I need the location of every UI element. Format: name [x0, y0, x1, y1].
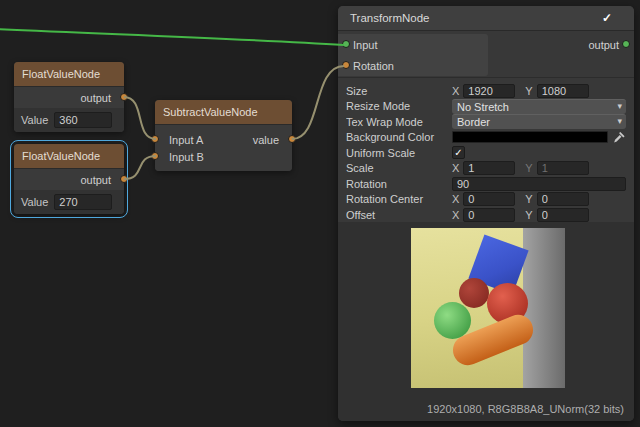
- panel-title: TransformNode: [350, 12, 429, 24]
- input-port-label: Input: [353, 39, 377, 51]
- preview-green-sphere: [434, 302, 471, 339]
- rotation-center-x-axis-label: X: [452, 193, 459, 205]
- output-port[interactable]: [120, 93, 128, 101]
- size-label: Size: [346, 85, 452, 97]
- rotation-port-label: Rotation: [353, 60, 394, 72]
- rotation-port[interactable]: [342, 61, 350, 69]
- scale-x-axis-label: X: [452, 162, 459, 174]
- output-port[interactable]: [622, 40, 630, 48]
- output-port-row: output: [14, 169, 124, 190]
- value-row: Value: [14, 108, 124, 132]
- input-b-label: Input B: [169, 151, 204, 163]
- input-b-port[interactable]: [151, 152, 159, 160]
- rotation-port-row: Rotation: [338, 55, 488, 76]
- rotation-row: Rotation: [346, 176, 626, 192]
- input-a-row: Input A value: [155, 131, 292, 148]
- uniform-scale-label: Uniform Scale: [346, 147, 452, 159]
- chevron-down-icon: ▾: [617, 101, 622, 111]
- uniform-scale-checkbox[interactable]: ✓: [452, 146, 465, 159]
- output-port[interactable]: [120, 175, 128, 183]
- offset-row: Offset X Y: [346, 207, 626, 223]
- resize-mode-dropdown[interactable]: No Stretch ▾: [452, 99, 626, 114]
- chevron-down-icon: ▾: [617, 116, 622, 126]
- value-input[interactable]: [54, 194, 112, 210]
- scale-label: Scale: [346, 162, 452, 174]
- wire-external-to-transform-input[interactable]: [0, 29, 344, 45]
- offset-x-input[interactable]: [463, 208, 515, 222]
- size-row: Size X Y: [346, 83, 626, 99]
- rotation-input[interactable]: [452, 177, 626, 191]
- rotation-center-row: Rotation Center X Y: [346, 192, 626, 208]
- wire-float2-to-subtract-inputB[interactable]: [124, 156, 156, 179]
- value-output-port[interactable]: [288, 135, 296, 143]
- resize-mode-value: No Stretch: [457, 101, 509, 113]
- node-title[interactable]: FloatValueNode: [14, 62, 124, 87]
- subtract-value-node[interactable]: SubtractValueNode Input A value Input B: [155, 100, 292, 171]
- wire-float1-to-subtract-inputA[interactable]: [124, 97, 156, 139]
- size-y-input[interactable]: [537, 84, 589, 98]
- tex-wrap-mode-dropdown[interactable]: Border ▾: [452, 114, 626, 129]
- input-b-row: Input B: [155, 148, 292, 165]
- node-title[interactable]: SubtractValueNode: [155, 100, 292, 125]
- panel-title-bar[interactable]: TransformNode ✓: [338, 6, 634, 31]
- tex-wrap-mode-value: Border: [457, 116, 490, 128]
- rotation-center-y-axis-label: Y: [525, 193, 532, 205]
- value-label: Value: [21, 196, 48, 208]
- offset-y-input[interactable]: [537, 208, 589, 222]
- rotation-center-y-input[interactable]: [537, 192, 589, 206]
- preview-section: 1920x1080, R8G8B8A8_UNorm(32 bits): [338, 222, 634, 421]
- background-color-swatch[interactable]: [452, 131, 608, 143]
- value-input[interactable]: [54, 112, 112, 128]
- value-label: Value: [21, 114, 48, 126]
- background-color-label: Background Color: [346, 131, 452, 143]
- eyedropper-icon[interactable]: [612, 131, 626, 144]
- scale-y-input: [537, 161, 589, 175]
- resize-mode-row: Resize Mode No Stretch ▾: [346, 99, 626, 115]
- output-port-label: output: [588, 39, 619, 51]
- size-x-input[interactable]: [463, 84, 515, 98]
- scale-row: Scale X Y: [346, 161, 626, 177]
- size-x-axis-label: X: [452, 85, 459, 97]
- input-a-port[interactable]: [151, 135, 159, 143]
- wire-subtract-to-transform-rotation[interactable]: [292, 66, 344, 139]
- float-value-node-2[interactable]: FloatValueNode output Value: [14, 144, 124, 214]
- texture-info-text: 1920x1080, R8G8B8A8_UNorm(32 bits): [427, 403, 624, 415]
- resize-mode-label: Resize Mode: [346, 100, 452, 112]
- transform-node-panel[interactable]: TransformNode ✓ Input Rotation output: [338, 6, 634, 421]
- ports-section: Input Rotation output: [338, 31, 634, 78]
- offset-label: Offset: [346, 209, 452, 221]
- node-body: Input A value Input B: [155, 125, 292, 171]
- float-value-node-1[interactable]: FloatValueNode output Value: [14, 62, 124, 132]
- node-title[interactable]: FloatValueNode: [14, 144, 124, 169]
- value-output-label: value: [253, 134, 279, 146]
- value-row: Value: [14, 190, 124, 214]
- tex-wrap-mode-row: Tex Wrap Mode Border ▾: [346, 114, 626, 130]
- input-port-row: Input: [338, 34, 488, 55]
- scale-x-input[interactable]: [463, 161, 515, 175]
- output-port-row: output: [14, 87, 124, 108]
- preview-maroon-sphere: [459, 278, 489, 308]
- scale-y-axis-label: Y: [525, 162, 532, 174]
- offset-y-axis-label: Y: [525, 209, 532, 221]
- offset-x-axis-label: X: [452, 209, 459, 221]
- output-port-row: output: [588, 34, 634, 55]
- background-color-row: Background Color: [346, 130, 626, 146]
- node-enabled-check-icon[interactable]: ✓: [602, 11, 612, 25]
- properties-list: Size X Y Resize Mode No Stretch ▾: [338, 78, 634, 223]
- rotation-center-label: Rotation Center: [346, 193, 452, 205]
- output-port-label: output: [80, 92, 111, 104]
- preview-background-gray: [523, 228, 565, 388]
- input-ports-box: Input Rotation: [338, 34, 488, 76]
- uniform-scale-row: Uniform Scale ✓: [346, 145, 626, 161]
- input-port[interactable]: [342, 40, 350, 48]
- input-a-label: Input A: [169, 134, 203, 146]
- tex-wrap-mode-label: Tex Wrap Mode: [346, 116, 452, 128]
- output-port-label: output: [80, 174, 111, 186]
- texture-preview-image: [411, 228, 565, 388]
- size-y-axis-label: Y: [525, 85, 532, 97]
- rotation-label: Rotation: [346, 178, 452, 190]
- rotation-center-x-input[interactable]: [463, 192, 515, 206]
- node-graph-canvas[interactable]: FloatValueNode output Value FloatValueNo…: [0, 0, 640, 427]
